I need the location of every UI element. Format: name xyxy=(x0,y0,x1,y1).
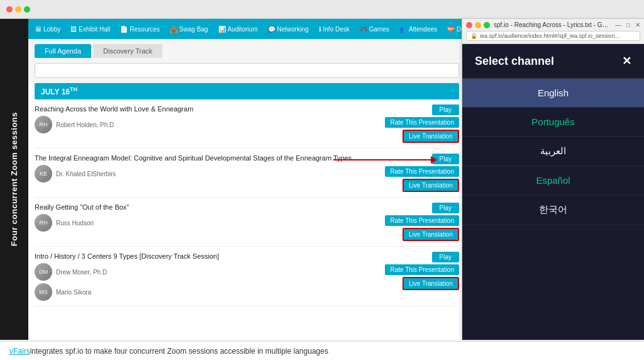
channel-list: English Português العربية Español 한국어 xyxy=(462,79,644,340)
lock-icon: 🔒 xyxy=(470,33,477,39)
agenda-tabs: Full Agenda Discovery Track xyxy=(28,39,465,58)
avatar: MS xyxy=(35,283,52,301)
nav-swag-bag[interactable]: 👜 Swag Bag xyxy=(165,24,213,35)
restore-icon[interactable]: □ xyxy=(626,21,630,28)
session-info: The Integral Enneagram Model: Cognitive … xyxy=(35,154,380,183)
session-info: Reaching Across the World with Love & En… xyxy=(35,104,380,133)
caption-text: integrates spf.io to make four concurren… xyxy=(30,347,328,356)
date-header: JULY 16TH xyxy=(35,83,459,99)
browser-url-bar[interactable]: 🔒 iea.spf.io/audience/index.html#/spf_ie… xyxy=(466,31,640,41)
channel-option-english[interactable]: English xyxy=(462,79,644,108)
nav-info-desk[interactable]: ℹ Info Desk xyxy=(314,24,354,35)
resources-icon: 📄 xyxy=(120,26,128,33)
live-translation-button[interactable]: Live Translation xyxy=(402,179,459,192)
top-nav: 🏛 Lobby 🖼 Exhibit Hall 📄 Resources 👜 Swa… xyxy=(28,19,465,39)
window-controls: — □ ✕ xyxy=(615,21,640,28)
traffic-lights xyxy=(6,6,30,13)
browser-chrome: spf.io - Reaching Across - Lyrics.txt - … xyxy=(462,19,644,44)
donate-icon: 💝 xyxy=(447,26,455,33)
session-buttons: Play Rate This Presentation Live Transla… xyxy=(385,252,459,290)
nav-exhibit-hall[interactable]: 🖼 Exhibit Hall xyxy=(66,24,114,35)
nav-auditorium[interactable]: 📊 Auditorium xyxy=(214,24,262,35)
speaker-name: Russ Hudson xyxy=(56,220,94,227)
sessions-list: Reaching Across the World with Love & En… xyxy=(28,99,465,340)
lobby-icon: 🏛 xyxy=(35,26,42,33)
bottom-caption: vFairs integrates spf.io to make four co… xyxy=(0,341,644,360)
channel-close-button[interactable]: ✕ xyxy=(622,54,631,68)
exhibit-icon: 🖼 xyxy=(70,26,77,33)
browser-minimize-button[interactable] xyxy=(475,22,481,28)
left-sidebar: Four concurrent Zoom sessions xyxy=(0,19,28,340)
right-panel: spf.io - Reaching Across - Lyrics.txt - … xyxy=(462,19,644,340)
browser-maximize-button[interactable] xyxy=(484,22,490,28)
minimize-icon[interactable]: — xyxy=(615,21,621,28)
url-text: iea.spf.io/audience/index.html#/spf_iea.… xyxy=(480,33,619,39)
session-title: Reaching Across the World with Love & En… xyxy=(35,104,380,113)
speaker-name: Dr. Khaled ElSherbini xyxy=(56,171,116,177)
play-button[interactable]: Play xyxy=(432,104,459,115)
rate-presentation-button[interactable]: Rate This Presentation xyxy=(385,117,459,128)
session-buttons: Play Rate This Presentation Live Transla… xyxy=(385,104,459,143)
channel-panel-title: Select channel xyxy=(475,55,554,68)
speaker-row: KE Dr. Khaled ElSherbini xyxy=(35,165,380,183)
live-translation-button[interactable]: Live Translation xyxy=(402,277,459,290)
channel-option-arabic[interactable]: العربية xyxy=(462,137,644,166)
games-icon: 🎮 xyxy=(360,26,367,33)
nav-resources[interactable]: 📄 Resources xyxy=(116,24,164,35)
speaker-row: RH Russ Hudson xyxy=(35,214,380,232)
caption-link[interactable]: vFairs xyxy=(9,347,30,356)
rate-presentation-button[interactable]: Rate This Presentation xyxy=(385,215,459,226)
avatar: KE xyxy=(35,165,52,183)
arrow-head xyxy=(431,156,437,164)
auditorium-icon: 📊 xyxy=(218,26,226,33)
arrow-line xyxy=(333,159,431,160)
nav-games[interactable]: 🎮 Games xyxy=(355,24,394,35)
nav-networking[interactable]: 💬 Networking xyxy=(264,24,313,35)
close-icon[interactable]: ✕ xyxy=(635,21,640,28)
speaker-row-2: MS Mario Sikora xyxy=(35,283,380,301)
window-title-bar xyxy=(0,0,644,19)
browser-close-button[interactable] xyxy=(466,22,472,28)
speaker-name-2: Mario Sikora xyxy=(56,289,91,296)
speaker-name: Drew Moser, Ph.D xyxy=(56,269,107,276)
browser-tab-title: spf.io - Reaching Across - Lyrics.txt - … xyxy=(494,21,611,28)
session-item: Reaching Across the World with Love & En… xyxy=(35,99,459,149)
live-translation-button[interactable]: Live Translation xyxy=(402,228,459,241)
channel-option-portuguese[interactable]: Português xyxy=(462,108,644,137)
avatar: RH xyxy=(35,116,52,133)
play-button[interactable]: Play xyxy=(432,252,459,262)
nav-attendees[interactable]: 👥 Attendees xyxy=(395,24,441,35)
session-title: Intro / History / 3 Centers 9 Types [Dis… xyxy=(35,252,380,261)
browser-title-bar: spf.io - Reaching Across - Lyrics.txt - … xyxy=(466,21,640,28)
networking-icon: 💬 xyxy=(268,26,275,33)
info-icon: ℹ xyxy=(319,26,321,33)
attendees-icon: 👥 xyxy=(399,26,407,33)
channel-header: Select channel ✕ xyxy=(462,44,644,79)
sidebar-text: Four concurrent Zoom sessions xyxy=(9,112,19,246)
maximize-window-button[interactable] xyxy=(24,6,30,13)
nav-lobby[interactable]: 🏛 Lobby xyxy=(31,24,65,35)
play-button[interactable]: Play xyxy=(432,203,459,213)
session-title: The Integral Enneagram Model: Cognitive … xyxy=(35,154,380,162)
speaker-row: DM Drew Moser, Ph.D xyxy=(35,263,380,281)
session-info: Intro / History / 3 Centers 9 Types [Dis… xyxy=(35,252,380,301)
channel-option-korean[interactable]: 한국어 xyxy=(462,195,644,225)
session-buttons: Play Rate This Presentation Live Transla… xyxy=(385,203,459,241)
tab-full-agenda[interactable]: Full Agenda xyxy=(35,44,91,58)
tab-discovery-track[interactable]: Discovery Track xyxy=(93,44,162,58)
search-bar-container xyxy=(28,58,465,83)
close-window-button[interactable] xyxy=(6,6,13,13)
minimize-window-button[interactable] xyxy=(15,6,21,13)
rate-presentation-button[interactable]: Rate This Presentation xyxy=(385,166,459,177)
main-content: 🏛 Lobby 🖼 Exhibit Hall 📄 Resources 👜 Swa… xyxy=(28,19,465,340)
channel-option-spanish[interactable]: Español xyxy=(462,166,644,195)
avatar: RH xyxy=(35,214,52,232)
select-channel-panel: Select channel ✕ English Português العرب… xyxy=(462,44,644,340)
speaker-row: RH Robert Holden, Ph.D xyxy=(35,116,380,133)
red-arrow xyxy=(333,156,437,164)
speaker-name: Robert Holden, Ph.D xyxy=(56,121,114,128)
rate-presentation-button[interactable]: Rate This Presentation xyxy=(385,264,459,275)
search-input[interactable] xyxy=(35,63,459,78)
live-translation-button[interactable]: Live Translation xyxy=(402,130,459,143)
session-item: Really Getting "Out of the Box" RH Russ … xyxy=(35,198,459,247)
